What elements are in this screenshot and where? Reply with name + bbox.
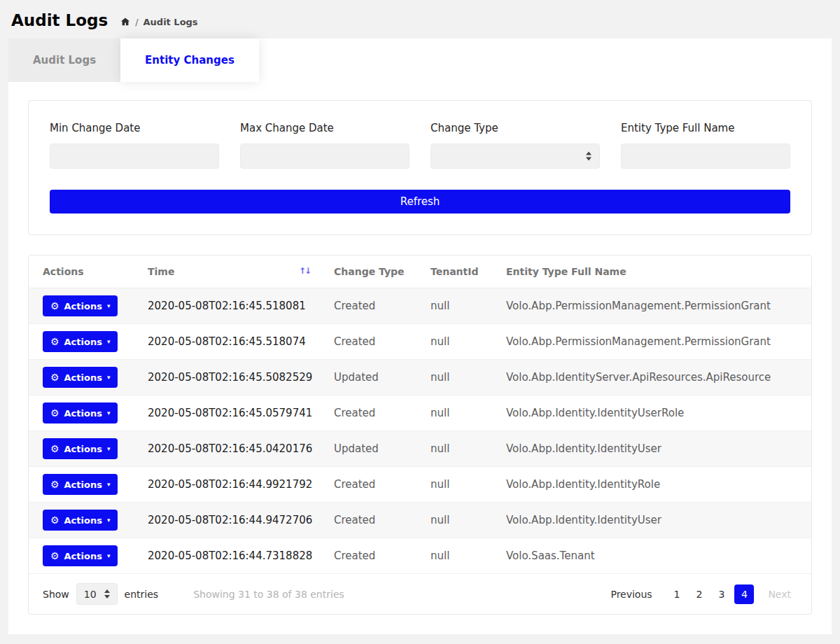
change-type-label: Change Type	[430, 122, 600, 134]
gear-icon: ⚙	[50, 444, 59, 454]
cell-time: 2020-05-08T02:16:44.9472706	[134, 503, 320, 538]
cell-tenant-id: null	[416, 538, 492, 574]
table-header-row: Actions Time ↑↓ Change Type TenantId Ent…	[29, 255, 811, 288]
row-actions-button[interactable]: ⚙ Actions ▾	[43, 438, 118, 459]
page-size-select[interactable]: 10	[76, 583, 118, 605]
filter-max-change-date: Max Change Date	[240, 122, 410, 169]
gear-icon: ⚙	[50, 515, 59, 525]
row-actions-button[interactable]: ⚙ Actions ▾	[43, 295, 118, 316]
cell-entity-type: Volo.Abp.PermissionManagement.Permission…	[492, 288, 811, 324]
column-header-time[interactable]: Time ↑↓	[134, 255, 320, 288]
column-header-tenant-id[interactable]: TenantId	[416, 255, 492, 288]
breadcrumb: / Audit Logs	[120, 17, 197, 27]
entries-info: Showing 31 to 38 of 38 entries	[193, 589, 344, 600]
pagination-next: Next	[762, 585, 797, 603]
entity-changes-table: Actions Time ↑↓ Change Type TenantId Ent…	[29, 255, 811, 574]
row-actions-button[interactable]: ⚙ Actions ▾	[43, 545, 118, 566]
cell-time: 2020-05-08T02:16:44.7318828	[134, 538, 320, 574]
cell-tenant-id: null	[416, 396, 492, 431]
tab-bar: Audit Logs Entity Changes	[8, 38, 832, 82]
row-actions-button[interactable]: ⚙ Actions ▾	[43, 367, 118, 388]
actions-button-label: Actions	[64, 551, 102, 561]
column-header-entity-type-full-name[interactable]: Entity Type Full Name	[492, 255, 811, 288]
page-size-value: 10	[84, 589, 97, 600]
cell-change-type: Updated	[320, 360, 416, 396]
table-footer: Show 10 entries Showing 31 to 38 of 38 e…	[29, 574, 811, 614]
pagination-page-3[interactable]: 3	[712, 585, 731, 603]
actions-button-label: Actions	[64, 515, 102, 526]
min-change-date-label: Min Change Date	[50, 122, 219, 134]
gear-icon: ⚙	[50, 301, 59, 311]
cell-entity-type: Volo.Abp.Identity.IdentityUser	[492, 503, 811, 538]
cell-entity-type: Volo.Saas.Tenant	[492, 538, 811, 574]
actions-button-label: Actions	[64, 337, 102, 347]
cell-tenant-id: null	[416, 324, 492, 360]
table-row: ⚙ Actions ▾ 2020-05-08T02:16:45.518081 C…	[29, 288, 811, 324]
table-row: ⚙ Actions ▾ 2020-05-08T02:16:45.0420176 …	[29, 431, 811, 467]
refresh-button[interactable]: Refresh	[50, 190, 790, 214]
actions-button-label: Actions	[64, 444, 102, 454]
tab-audit-logs[interactable]: Audit Logs	[8, 38, 120, 82]
cell-time: 2020-05-08T02:16:45.518081	[134, 288, 320, 324]
cell-tenant-id: null	[416, 431, 492, 467]
tab-entity-changes[interactable]: Entity Changes	[120, 38, 259, 82]
actions-button-label: Actions	[64, 408, 102, 419]
actions-button-label: Actions	[64, 301, 102, 312]
cell-entity-type: Volo.Abp.Identity.IdentityUserRole	[492, 396, 811, 431]
table-row: ⚙ Actions ▾ 2020-05-08T02:16:44.9921792 …	[29, 467, 811, 503]
breadcrumb-separator: /	[135, 17, 138, 27]
column-header-change-type[interactable]: Change Type	[320, 255, 416, 288]
pagination: Previous 1 2 3 4 Next	[604, 584, 797, 604]
pagination-previous[interactable]: Previous	[604, 585, 658, 603]
cell-change-type: Created	[320, 396, 416, 431]
table-row: ⚙ Actions ▾ 2020-05-08T02:16:45.518074 C…	[29, 324, 811, 360]
gear-icon: ⚙	[50, 408, 59, 418]
caret-down-icon: ▾	[107, 374, 111, 381]
caret-down-icon: ▾	[107, 302, 111, 309]
max-change-date-input[interactable]	[240, 144, 410, 169]
row-actions-button[interactable]: ⚙ Actions ▾	[43, 331, 118, 352]
cell-time: 2020-05-08T02:16:45.518074	[134, 324, 320, 360]
min-change-date-input[interactable]	[50, 144, 219, 169]
caret-down-icon: ▾	[107, 338, 111, 345]
pagination-page-2[interactable]: 2	[690, 585, 709, 603]
change-type-select[interactable]	[430, 144, 600, 169]
filter-min-change-date: Min Change Date	[50, 122, 219, 169]
filter-grid: Min Change Date Max Change Date Change T…	[50, 122, 790, 169]
gear-icon: ⚙	[50, 551, 59, 561]
table-panel: Actions Time ↑↓ Change Type TenantId Ent…	[28, 255, 812, 615]
filter-panel: Min Change Date Max Change Date Change T…	[28, 100, 812, 235]
table-footer-left: Show 10 entries Showing 31 to 38 of 38 e…	[43, 583, 344, 605]
cell-change-type: Created	[320, 324, 416, 360]
caret-down-icon: ▾	[107, 481, 111, 488]
cell-tenant-id: null	[416, 288, 492, 324]
breadcrumb-current: Audit Logs	[144, 17, 198, 27]
row-actions-button[interactable]: ⚙ Actions ▾	[43, 510, 118, 531]
cell-entity-type: Volo.Abp.IdentityServer.ApiResources.Api…	[492, 360, 811, 396]
cell-tenant-id: null	[416, 467, 492, 503]
card-body: Min Change Date Max Change Date Change T…	[8, 82, 832, 634]
home-icon[interactable]	[120, 17, 130, 27]
select-arrows-icon	[104, 589, 110, 598]
max-change-date-label: Max Change Date	[240, 122, 410, 134]
caret-down-icon: ▾	[107, 552, 111, 559]
row-actions-button[interactable]: ⚙ Actions ▾	[43, 474, 118, 495]
cell-entity-type: Volo.Abp.Identity.IdentityRole	[492, 467, 811, 503]
table-row: ⚙ Actions ▾ 2020-05-08T02:16:45.0579741 …	[29, 396, 811, 431]
pagination-page-4[interactable]: 4	[734, 584, 754, 604]
entity-type-full-name-label: Entity Type Full Name	[621, 122, 790, 134]
pagination-page-1[interactable]: 1	[668, 585, 687, 603]
caret-down-icon: ▾	[107, 517, 111, 524]
cell-change-type: Created	[320, 288, 416, 324]
cell-change-type: Updated	[320, 431, 416, 467]
cell-tenant-id: null	[416, 503, 492, 538]
actions-button-label: Actions	[64, 372, 102, 383]
column-header-actions: Actions	[29, 255, 134, 288]
row-actions-button[interactable]: ⚙ Actions ▾	[43, 402, 118, 424]
cell-time: 2020-05-08T02:16:44.9921792	[134, 467, 320, 503]
page-header: Audit Logs / Audit Logs	[0, 0, 840, 38]
cell-entity-type: Volo.Abp.Identity.IdentityUser	[492, 431, 811, 467]
entity-type-full-name-input[interactable]	[621, 144, 790, 169]
cell-change-type: Created	[320, 467, 416, 503]
sort-icon[interactable]: ↑↓	[299, 266, 310, 276]
